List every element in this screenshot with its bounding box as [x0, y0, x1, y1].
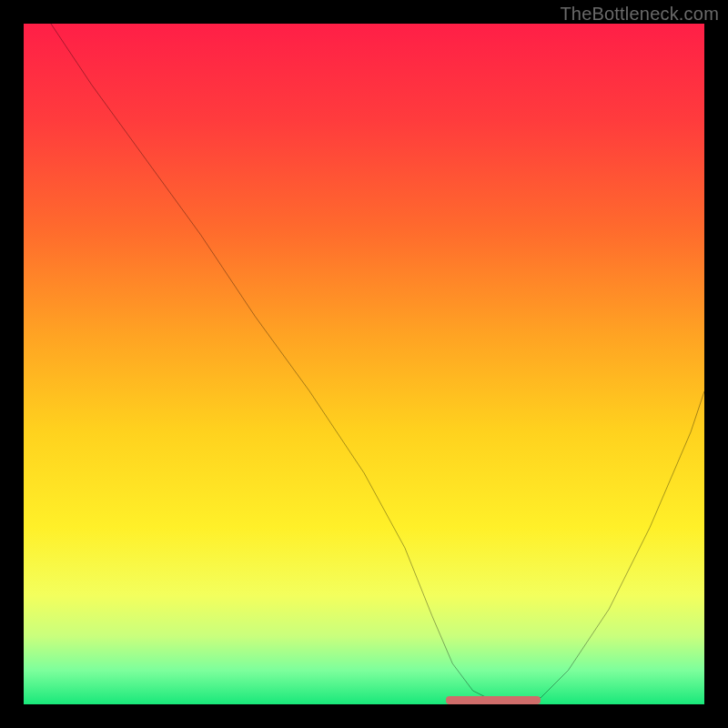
bottleneck-curve — [24, 24, 704, 704]
watermark-text: TheBottleneck.com — [560, 4, 719, 25]
flat-minimum-marker — [446, 696, 541, 704]
chart-frame: TheBottleneck.com — [0, 0, 728, 728]
plot-area — [24, 24, 704, 704]
